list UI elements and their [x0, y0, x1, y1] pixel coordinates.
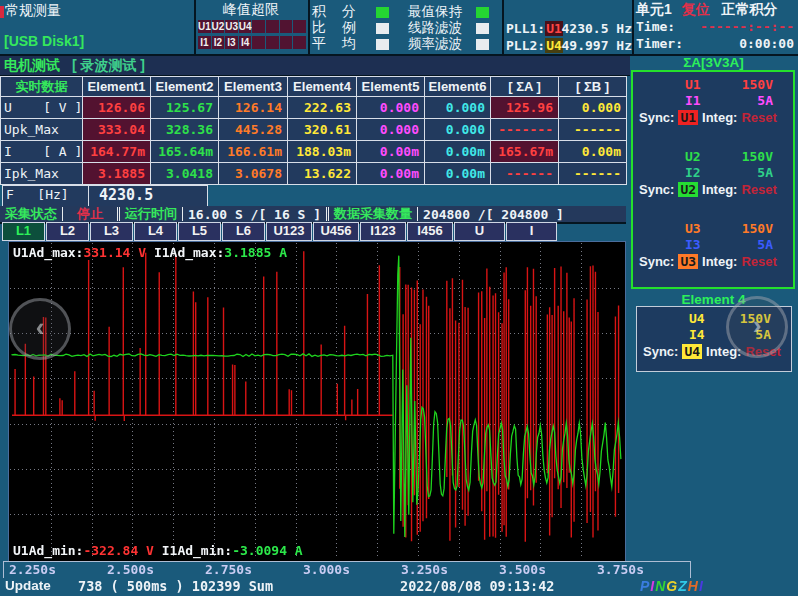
tab-i123[interactable]: I123	[360, 222, 406, 241]
i-name: I3	[685, 237, 701, 253]
table-cell: 328.36	[151, 119, 219, 141]
column-header: Element6	[425, 77, 491, 97]
u-name: U2	[685, 149, 701, 165]
unit-panel: 单元1 复位 正常积分 Time: ------:--:-- Timer: 0:…	[636, 0, 798, 54]
logo-letter: P	[640, 578, 650, 594]
measurement-table: 实时数据Element1Element2Element3Element4Elem…	[0, 76, 627, 185]
update-value: 738 ( 500ms ) 102399 Sum	[78, 578, 273, 594]
prev-page-arrow[interactable]: ‹	[9, 298, 71, 360]
wave-label-value: -3.0094	[232, 543, 287, 558]
tab-l2[interactable]: L2	[46, 222, 89, 241]
integ-label: Integ:	[702, 254, 737, 269]
u-line: U2150V	[633, 149, 793, 165]
tab-l6[interactable]: L6	[222, 222, 265, 241]
tab-u456[interactable]: U456	[313, 222, 359, 241]
tab-i456[interactable]: I456	[407, 222, 453, 241]
filter-toggle-panel: 最值保持线路滤波频率滤波	[408, 0, 502, 54]
table-cell: 3.0678	[219, 163, 288, 185]
pll-source: U4	[545, 38, 563, 53]
table-cell: 0.000	[357, 97, 425, 119]
logo-letter: I	[699, 578, 704, 594]
waveform-min-labels: U1Ad_min:-322.84 V I1Ad_min:-3.0094 A	[13, 543, 303, 558]
table-cell: 125.67	[151, 97, 219, 119]
tab-u[interactable]: U	[454, 222, 505, 241]
axis-tick: 2.250s	[9, 562, 56, 577]
toggle-char: 均	[342, 35, 372, 53]
tab-l5[interactable]: L5	[178, 222, 221, 241]
wave-label-name: U1Ad_min:	[13, 543, 83, 558]
peak-over-i-row: I1I2I3I4	[198, 36, 306, 50]
integ-label: Integ:	[702, 110, 737, 125]
sync-source: U3	[678, 254, 698, 269]
axis-tick: 3.750s	[597, 562, 644, 577]
row-label: Upk_Max	[1, 119, 83, 141]
i-range: 5A	[757, 165, 773, 181]
pll-panel: PLL1:U14230.5 HzPLL2:U449.997 Hz	[506, 0, 632, 54]
i-name: I1	[685, 93, 701, 109]
table-cell: 13.622	[288, 163, 357, 185]
timer-label: Timer:	[636, 36, 683, 51]
u-range: 150V	[742, 77, 773, 93]
integ-value[interactable]: Reset	[741, 110, 776, 125]
table-cell: 0.000	[425, 119, 491, 141]
i-line: I15A	[633, 93, 793, 109]
sync-line: Sync:U1Integ:Reset	[633, 109, 793, 126]
sync-label: Sync:	[639, 110, 674, 125]
table-cell: 0.00m	[357, 163, 425, 185]
peak-cell	[266, 36, 279, 49]
u-line: U1150V	[633, 77, 793, 93]
integ-value[interactable]: Reset	[741, 254, 776, 269]
filter-indicator	[476, 39, 489, 50]
power-analyzer-screen: 常规测量 [USB Disk1] 峰值超限 U1U2U3U4 I1I2I3I4 …	[0, 0, 798, 596]
peak-cell	[252, 20, 265, 33]
filter-label: 频率滤波	[408, 35, 466, 53]
wave-label-name: U1Ad_max:	[13, 245, 83, 260]
pll-row-2: PLL2:U449.997 Hz	[506, 37, 632, 53]
wave-label-name: I1Ad_min:	[154, 543, 232, 558]
next-page-arrow[interactable]: ›	[726, 296, 788, 358]
table-cell: 3.1885	[83, 163, 151, 185]
u-range: 150V	[742, 221, 773, 237]
runtime-value: 16.00 S /[ 16 S ]	[183, 207, 326, 222]
tab-u123[interactable]: U123	[266, 222, 312, 241]
sync-source: U2	[678, 182, 698, 197]
i-range: 5A	[757, 237, 773, 253]
element4-sync-source: U4	[682, 344, 702, 359]
wave-label-unit: V	[138, 543, 154, 558]
column-header: [ ΣA ]	[491, 77, 559, 97]
tab-i[interactable]: I	[506, 222, 557, 241]
table-cell: ------	[491, 163, 559, 185]
peak-cell: U1	[198, 20, 211, 33]
wiring-group-title: ΣA[3V3A]	[632, 55, 795, 70]
pll-source: U1	[545, 21, 563, 36]
table-cell: 3.0418	[151, 163, 219, 185]
table-cell: 445.28	[219, 119, 288, 141]
tab-l3[interactable]: L3	[90, 222, 133, 241]
peak-over-u-row: U1U2U3U4	[198, 20, 306, 34]
table-cell: 0.00m	[425, 163, 491, 185]
peak-cell	[293, 20, 306, 33]
i-line: I35A	[633, 237, 793, 253]
wiring-group-2: U2150VI25ASync:U2Integ:Reset	[633, 149, 793, 198]
waveform-canvas[interactable]	[10, 243, 622, 559]
wiring-group-box: U1150VI15ASync:U1Integ:ResetU2150VI25ASy…	[631, 70, 795, 289]
peak-cell: U2	[212, 20, 225, 33]
toggle-0: 积分	[312, 4, 389, 20]
usb-disk-label: [USB Disk1]	[4, 33, 84, 49]
time-label: Time:	[636, 19, 675, 34]
tab-l1[interactable]: L1	[2, 222, 45, 241]
table-cell: 125.96	[491, 97, 559, 119]
integ-value[interactable]: Reset	[741, 182, 776, 197]
filter-1: 线路滤波	[408, 20, 489, 36]
peak-cell: I2	[212, 36, 225, 49]
runtime-label: 运行时间	[120, 205, 182, 223]
tab-l4[interactable]: L4	[134, 222, 177, 241]
axis-tick: 3.500s	[499, 562, 546, 577]
filter-indicator	[476, 23, 489, 34]
column-header: Element2	[151, 77, 219, 97]
unit-reset-label[interactable]: 复位	[682, 1, 710, 17]
sample-count-label: 数据采集数量	[329, 205, 417, 223]
wave-label-unit: V	[130, 245, 146, 260]
element4-u-name: U4	[689, 311, 705, 327]
row-label: U [ V ]	[1, 97, 83, 119]
